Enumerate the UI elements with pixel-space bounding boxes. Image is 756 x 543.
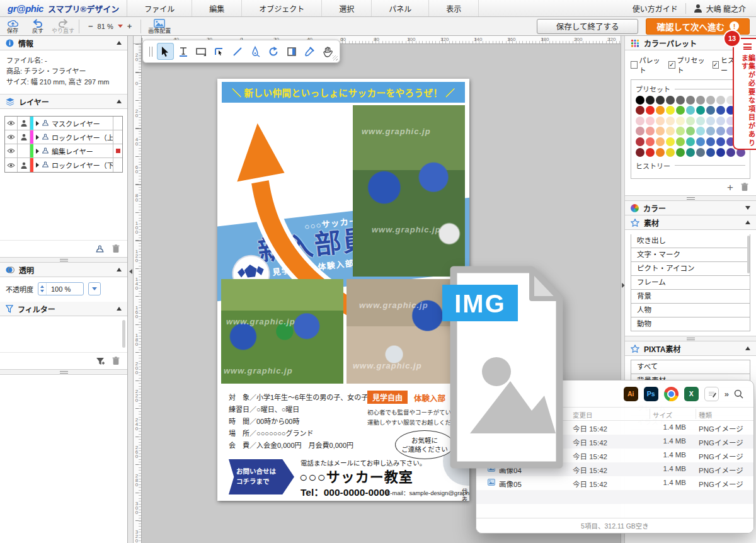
color-swatch[interactable]: [636, 127, 644, 135]
select-tool[interactable]: [157, 43, 174, 60]
color-swatch[interactable]: [706, 137, 715, 146]
color-swatch[interactable]: [676, 137, 685, 146]
color-swatch[interactable]: [716, 96, 725, 105]
more-apps-chevron-icon[interactable]: »: [724, 389, 728, 399]
color-swatch[interactable]: [716, 137, 725, 146]
color-swatch[interactable]: [666, 96, 675, 105]
guide-link[interactable]: 使い方ガイド: [633, 3, 678, 14]
disclosure-arrow-icon[interactable]: [36, 163, 39, 168]
layer-name-cell[interactable]: ロックレイヤー（下）: [33, 158, 113, 172]
opacity-stepper[interactable]: 100 %: [38, 282, 84, 295]
color-swatch[interactable]: [656, 148, 665, 157]
column-header-date[interactable]: 変更日: [573, 410, 593, 420]
color-swatch[interactable]: [706, 148, 715, 157]
disclosure-arrow-icon[interactable]: [36, 149, 39, 154]
panel-splitter[interactable]: [625, 336, 756, 341]
color-swatch[interactable]: [656, 137, 665, 146]
layer-name-cell[interactable]: ロックレイヤー（上）: [33, 130, 113, 144]
collapse-arrow-icon[interactable]: [117, 41, 122, 45]
color-swatch[interactable]: [696, 117, 705, 125]
color-swatch[interactable]: [636, 137, 644, 146]
disclosure-arrow-icon[interactable]: [36, 135, 39, 140]
add-color-icon[interactable]: +: [727, 182, 733, 193]
color-swatch[interactable]: [646, 137, 655, 146]
color-swatch[interactable]: [706, 117, 715, 125]
illustrator-icon[interactable]: Ai: [624, 387, 638, 401]
table-row[interactable]: 画像05今日 15:421.4 MBPNGイメージ: [476, 476, 753, 490]
panel-splitter[interactable]: [0, 257, 127, 263]
color-swatch[interactable]: [636, 106, 644, 115]
panel-header-color[interactable]: カラー: [625, 201, 756, 215]
checkbox-icon[interactable]: [631, 61, 638, 69]
color-swatch[interactable]: [686, 127, 695, 135]
layer-row[interactable]: マスクレイヤー: [5, 117, 122, 130]
save-button[interactable]: 保存: [0, 17, 25, 35]
menu-item[interactable]: 編集: [192, 0, 242, 16]
collapse-arrow-icon[interactable]: [745, 220, 750, 224]
color-swatch[interactable]: [696, 106, 705, 115]
checkbox-icon[interactable]: ✓: [668, 61, 675, 69]
color-swatch[interactable]: [686, 137, 695, 146]
color-swatch[interactable]: [676, 127, 685, 135]
color-swatch[interactable]: [646, 148, 655, 157]
chrome-icon[interactable]: [664, 387, 679, 401]
save-exit-button[interactable]: 保存して終了する: [537, 19, 639, 34]
text-tool[interactable]: [175, 43, 192, 60]
color-swatch[interactable]: [666, 137, 675, 146]
delete-filter-icon[interactable]: [112, 357, 120, 365]
material-item[interactable]: 動物: [631, 317, 750, 331]
path-tool[interactable]: [211, 43, 228, 60]
color-swatch[interactable]: [676, 117, 685, 125]
visibility-eye-icon[interactable]: [5, 158, 18, 172]
collapse-arrow-icon[interactable]: [117, 307, 122, 311]
material-item[interactable]: 背景: [631, 289, 750, 304]
expand-arrow-icon[interactable]: [745, 206, 750, 210]
zoom-dropdown-caret[interactable]: [118, 25, 123, 28]
material-item[interactable]: 人物: [631, 303, 750, 317]
stepper-arrows[interactable]: [38, 283, 47, 295]
panel-header-transparency[interactable]: 透明: [0, 263, 127, 277]
column-header-size[interactable]: サイズ: [653, 410, 672, 420]
palette-resize-handle[interactable]: [333, 55, 338, 60]
collapse-arrow-icon[interactable]: [745, 346, 750, 350]
color-swatch[interactable]: [716, 106, 725, 115]
color-swatch[interactable]: [696, 127, 705, 135]
color-swatch[interactable]: [706, 96, 715, 105]
panel-header-layers[interactable]: レイヤー: [0, 94, 127, 109]
material-item[interactable]: フレーム: [631, 275, 750, 290]
add-filter-icon[interactable]: [96, 357, 105, 365]
material-item[interactable]: 文字・マーク: [631, 248, 750, 262]
panel-header-info[interactable]: 情報: [0, 36, 127, 50]
color-swatch[interactable]: [676, 96, 685, 105]
collapse-left-icon[interactable]: [129, 269, 132, 274]
color-swatch[interactable]: [646, 117, 655, 125]
color-swatch[interactable]: [716, 127, 725, 135]
material-item[interactable]: ピクト・アイコン: [631, 261, 750, 276]
delete-layer-icon[interactable]: [112, 244, 120, 253]
lock-person-icon[interactable]: [18, 130, 30, 144]
menu-item[interactable]: 表示: [429, 0, 479, 16]
color-swatch[interactable]: [656, 96, 665, 105]
color-swatch[interactable]: [656, 127, 665, 135]
color-swatch[interactable]: [686, 106, 695, 115]
color-swatch[interactable]: [646, 96, 655, 105]
lock-person-icon[interactable]: [18, 158, 30, 172]
color-swatch[interactable]: [666, 127, 675, 135]
panel-header-filter[interactable]: フィルター: [0, 302, 127, 316]
color-swatch[interactable]: [656, 106, 665, 115]
delete-color-icon[interactable]: [741, 183, 748, 191]
material-item[interactable]: 吹き出し: [631, 234, 750, 248]
color-swatch[interactable]: [666, 148, 675, 157]
menu-item[interactable]: 選択: [322, 0, 372, 16]
color-swatch[interactable]: [646, 106, 655, 115]
lock-person-icon[interactable]: [18, 117, 30, 130]
color-swatch[interactable]: [686, 148, 695, 157]
opacity-dropdown[interactable]: [88, 282, 101, 295]
color-swatch[interactable]: [656, 117, 665, 125]
palette-drag-handle[interactable]: [149, 47, 152, 57]
layer-row[interactable]: ロックレイヤー（下）: [5, 158, 122, 172]
lock-person-icon[interactable]: [18, 144, 30, 157]
color-swatch[interactable]: [666, 106, 675, 115]
color-swatch[interactable]: [646, 127, 655, 135]
color-swatch[interactable]: [706, 106, 715, 115]
